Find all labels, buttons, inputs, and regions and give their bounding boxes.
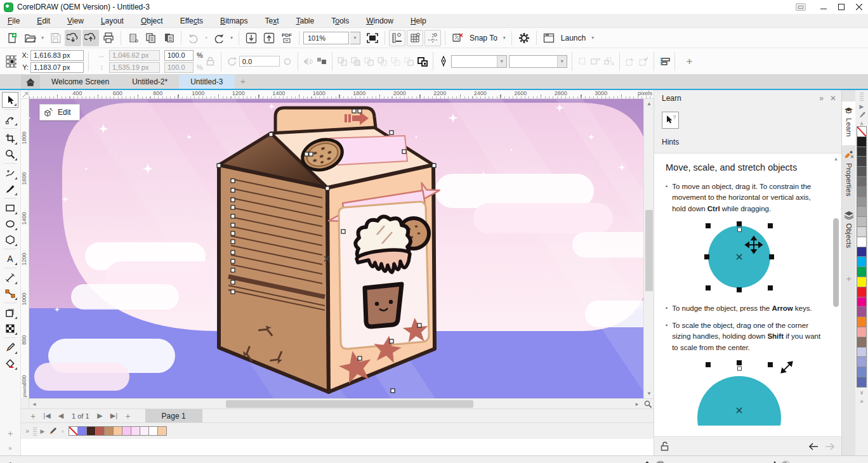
color-swatch[interactable] — [857, 297, 867, 308]
paste-button[interactable] — [161, 30, 177, 46]
snap-to-dropdown[interactable]: ▾ — [501, 35, 508, 41]
show-guidelines-button[interactable] — [424, 30, 441, 46]
ellipse-tool[interactable] — [2, 216, 18, 232]
document-color-swatch[interactable] — [148, 426, 158, 436]
dimension-tool[interactable] — [2, 270, 18, 285]
snap-to-label[interactable]: Snap To — [470, 34, 497, 42]
fullscreen-preview-button[interactable] — [364, 30, 381, 46]
color-swatch[interactable] — [857, 316, 867, 327]
menu-item[interactable]: Bitmaps — [220, 16, 247, 25]
color-swatch[interactable] — [857, 206, 867, 217]
menu-item[interactable]: Edit — [37, 16, 50, 25]
menu-item[interactable]: Window — [366, 16, 393, 25]
save-button[interactable] — [47, 30, 63, 46]
artistic-media-tool[interactable] — [2, 181, 18, 197]
docpal-drag-handle[interactable] — [33, 427, 37, 436]
color-swatch[interactable] — [857, 356, 867, 367]
remove-perspective-button[interactable] — [590, 56, 602, 67]
previous-page-button[interactable]: ◀ — [54, 412, 68, 420]
redo-button[interactable] — [211, 30, 227, 46]
new-document-button[interactable] — [4, 30, 20, 46]
document-color-swatch[interactable] — [113, 426, 122, 436]
document-color-swatch[interactable] — [157, 426, 167, 436]
clear-transformations-button[interactable] — [603, 56, 615, 67]
color-swatch[interactable] — [857, 136, 867, 147]
alignment-button[interactable] — [659, 56, 670, 67]
add-docker-button[interactable]: ＋ — [845, 273, 853, 285]
palette-overflow-chevron[interactable]: » — [860, 398, 864, 405]
scale-v-field[interactable]: 100.0 — [164, 62, 194, 73]
horizontal-ruler[interactable]: 4006008001000120014001600180020002200240… — [21, 90, 654, 99]
weld-button[interactable] — [337, 56, 348, 67]
status-fill-indicator[interactable]: Several Fills — [642, 460, 708, 463]
rotation-angle-field[interactable]: 0.0 — [239, 56, 280, 67]
color-swatch[interactable] — [857, 277, 867, 287]
export-button[interactable] — [261, 30, 277, 46]
color-swatch[interactable] — [857, 377, 867, 388]
object-height-field[interactable]: 1,535.19 px — [109, 62, 160, 73]
menu-item[interactable]: Layout — [101, 16, 124, 25]
simplify-button[interactable] — [377, 56, 388, 67]
pan-zoom-button[interactable] — [642, 399, 654, 408]
minimize-button[interactable] — [815, 0, 832, 14]
rectangle-tool[interactable] — [2, 200, 18, 216]
freehand-tool[interactable] — [2, 165, 18, 181]
open-button[interactable] — [22, 30, 38, 46]
color-eyedropper-tool[interactable] — [2, 339, 18, 355]
tab-untitled-3[interactable]: Untitled-3 — [179, 75, 234, 89]
color-swatch[interactable] — [857, 156, 867, 167]
customize-propbar-button[interactable]: ＋ — [685, 55, 694, 67]
color-swatch[interactable] — [857, 327, 867, 337]
lock-docker-icon[interactable] — [661, 441, 669, 451]
drop-shadow-tool[interactable] — [2, 304, 18, 320]
open-dropdown[interactable]: ▾ — [39, 35, 46, 41]
redo-dropdown[interactable]: ▾ — [228, 35, 235, 41]
color-swatch[interactable] — [857, 347, 867, 358]
hints-pointer-button[interactable]: ? — [662, 112, 679, 129]
palette-eyedropper-icon[interactable] — [858, 111, 866, 119]
tab-untitled-2[interactable]: Untitled-2* — [121, 75, 179, 89]
cloud-upload-button[interactable] — [82, 30, 99, 46]
polygon-tool[interactable] — [2, 232, 18, 247]
hints-forward-button[interactable] — [825, 443, 835, 450]
menu-item[interactable]: View — [67, 16, 84, 25]
edit-group-button[interactable]: Edit — [39, 104, 80, 121]
docpal-scroll-left[interactable]: ‹ — [59, 428, 67, 434]
color-swatch[interactable] — [857, 306, 867, 317]
horizontal-scrollbar[interactable]: ◄ ► — [21, 398, 654, 408]
docker-close-icon[interactable]: ✕ — [830, 94, 836, 103]
palette-scroll-down[interactable]: ∨ — [860, 389, 864, 396]
hints-back-button[interactable] — [808, 443, 819, 450]
text-tool[interactable]: A — [2, 251, 18, 266]
color-swatch[interactable] — [857, 287, 867, 297]
color-swatch[interactable] — [857, 266, 867, 277]
toolbox-overflow-chevron[interactable]: » — [8, 445, 12, 452]
snap-off-button[interactable] — [449, 30, 466, 46]
launch-label[interactable]: Launch — [561, 34, 586, 42]
options-gear-button[interactable] — [516, 30, 532, 46]
tab-objects[interactable]: Objects — [842, 205, 856, 257]
docpal-eyedropper-icon[interactable] — [48, 427, 57, 436]
menu-item[interactable]: Text — [265, 16, 279, 25]
pick-tool[interactable] — [2, 92, 18, 108]
tab-properties[interactable]: Properties — [842, 145, 856, 205]
to-curves-button[interactable] — [577, 56, 588, 67]
show-rulers-button[interactable] — [389, 30, 405, 46]
back-minus-front-button[interactable] — [404, 56, 415, 67]
connector-tool[interactable] — [2, 285, 18, 301]
cloud-download-button[interactable] — [65, 30, 81, 46]
status-outline-indicator[interactable]: Several Outlines — [772, 460, 847, 463]
palette-drag-handle[interactable] — [860, 92, 864, 101]
color-swatch[interactable] — [857, 247, 867, 258]
menu-item[interactable]: Effects — [180, 16, 203, 25]
docpal-flyout-arrow[interactable]: ▶ — [39, 428, 46, 434]
color-swatch[interactable] — [857, 216, 867, 227]
scale-h-field[interactable]: 100.0 — [164, 50, 194, 61]
copy-button[interactable] — [143, 30, 159, 46]
shape-tool[interactable] — [2, 111, 18, 127]
show-grid-button[interactable] — [407, 30, 423, 46]
mirror-vertical-button[interactable] — [316, 56, 327, 67]
zoom-level-dropdown[interactable]: ▾ — [350, 32, 360, 44]
menu-item[interactable]: Help — [411, 16, 426, 25]
last-page-button[interactable]: ▶| — [107, 412, 121, 420]
